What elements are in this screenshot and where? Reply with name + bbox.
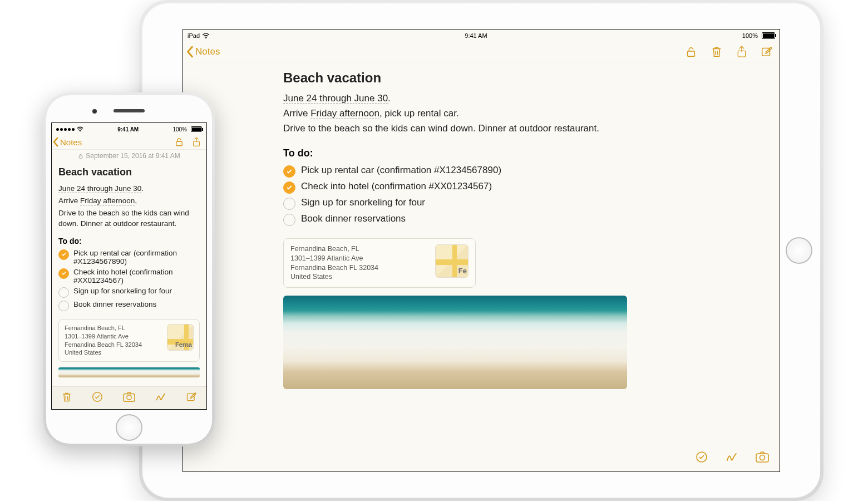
compose-icon	[761, 46, 773, 58]
delete-button[interactable]	[711, 45, 723, 58]
back-button[interactable]: Notes	[53, 137, 82, 147]
todo-item[interactable]: Check into hotel (confirmation #XX012345…	[283, 181, 768, 194]
arrive-time-link[interactable]: Friday afternoon	[80, 197, 135, 205]
compose-icon	[186, 391, 197, 402]
note-title: Beach vacation	[58, 166, 200, 178]
trash-icon	[61, 391, 72, 403]
compose-button[interactable]	[761, 46, 773, 58]
ipad-note-body: Beach vacation June 24 through June 30. …	[183, 62, 780, 389]
iphone-note-body: Beach vacation June 24 through June 30. …	[52, 161, 206, 377]
camera-icon	[122, 391, 136, 402]
note-line-arrive: Arrive Friday afternoon, pick up rental …	[283, 107, 768, 120]
iphone-nav-bar: Notes	[52, 134, 206, 150]
checklist: Pick up rental car (confirmation #X12345…	[283, 165, 768, 226]
unlock-icon	[685, 46, 697, 58]
todo-item[interactable]: Sign up for snorkeling for four	[283, 197, 768, 210]
share-button[interactable]	[736, 45, 747, 58]
ipad-device: iPad 9:41 AM 100% Notes	[139, 0, 823, 501]
checkbox-empty-icon[interactable]	[58, 301, 69, 311]
lock-button[interactable]	[685, 46, 697, 58]
iphone-status-bar: 9:41 AM 100%	[52, 123, 206, 134]
checklist-button[interactable]	[91, 391, 103, 405]
sketch-button[interactable]	[725, 450, 738, 466]
note-title: Beach vacation	[283, 70, 768, 86]
todo-item[interactable]: Check into hotel (confirmation #XX012345…	[58, 268, 200, 284]
todo-text: Pick up rental car (confirmation #X12345…	[301, 165, 501, 176]
checklist-icon	[91, 391, 103, 403]
battery-icon	[191, 126, 202, 132]
checklist-button[interactable]	[695, 450, 708, 466]
checkbox-checked-icon[interactable]	[283, 181, 295, 194]
chevron-left-icon	[53, 137, 59, 147]
unlock-icon	[174, 137, 184, 147]
wifi-icon	[202, 33, 210, 39]
lock-button[interactable]	[174, 137, 184, 147]
ipad-status-bar: iPad 9:41 AM 100%	[183, 30, 780, 41]
camera-button[interactable]	[755, 451, 770, 465]
battery-percent: 100%	[172, 126, 187, 132]
location-address: Fernandina Beach, FL 1301–1399 Atlantic …	[65, 324, 142, 357]
todo-text: Sign up for snorkeling for four	[301, 197, 425, 208]
beach-photo[interactable]	[283, 296, 627, 389]
todo-item[interactable]: Pick up rental car (confirmation #X12345…	[283, 165, 768, 178]
share-button[interactable]	[192, 136, 201, 148]
iphone-toolbar	[52, 386, 206, 409]
iphone-speaker-icon	[114, 109, 145, 112]
location-card[interactable]: Fernandina Beach, FL 1301–1399 Atlantic …	[58, 319, 200, 362]
note-line-dates: June 24 through June 30.	[283, 92, 768, 105]
checkbox-empty-icon[interactable]	[283, 214, 295, 226]
share-icon	[192, 136, 201, 148]
iphone-device: 9:41 AM 100% Notes September 15	[43, 92, 215, 446]
checkbox-checked-icon[interactable]	[58, 249, 69, 260]
ipad-home-button[interactable]	[786, 237, 812, 264]
todo-text: Sign up for snorkeling for four	[73, 287, 172, 295]
todo-text: Book dinner reservations	[73, 300, 156, 308]
beach-photo[interactable]	[58, 367, 200, 377]
lock-small-icon	[78, 153, 83, 159]
checkbox-checked-icon[interactable]	[58, 268, 69, 279]
todo-text: Check into hotel (confirmation #XX012345…	[301, 181, 492, 192]
sketch-icon	[725, 450, 738, 464]
svg-rect-8	[176, 141, 183, 146]
svg-point-7	[80, 131, 80, 131]
svg-rect-1	[688, 51, 695, 56]
todo-text: Book dinner reservations	[301, 213, 406, 224]
svg-point-13	[127, 395, 131, 400]
iphone-home-button[interactable]	[116, 414, 142, 441]
delete-button[interactable]	[61, 391, 72, 405]
date-range-link[interactable]: June 24 through June 30	[58, 184, 141, 193]
todo-item[interactable]: Book dinner reservations	[58, 300, 200, 311]
compose-button[interactable]	[186, 391, 197, 405]
date-range-link[interactable]: June 24 through June 30	[283, 93, 388, 104]
status-time: 9:41 AM	[465, 32, 487, 39]
checklist: Pick up rental car (confirmation #X12345…	[58, 249, 200, 311]
ipad-screen: iPad 9:41 AM 100% Notes	[183, 29, 780, 472]
svg-rect-10	[79, 156, 82, 158]
todo-item[interactable]: Sign up for snorkeling for four	[58, 287, 200, 298]
sketch-icon	[155, 391, 167, 403]
sketch-button[interactable]	[155, 391, 167, 405]
checkbox-empty-icon[interactable]	[283, 198, 295, 210]
todo-item[interactable]: Book dinner reservations	[283, 213, 768, 226]
todo-text: Check into hotel (confirmation #XX012345…	[73, 268, 200, 284]
todo-heading: To do:	[58, 237, 200, 245]
back-button[interactable]: Notes	[186, 46, 220, 58]
note-line-3: Drive to the beach so the kids can wind …	[58, 208, 200, 228]
battery-percent: 100%	[742, 32, 758, 39]
todo-heading: To do:	[283, 148, 768, 159]
note-timestamp: September 15, 2016 at 9:41 AM	[52, 150, 206, 161]
trash-icon	[711, 45, 723, 58]
location-address: Fernandina Beach, FL 1301–1399 Atlantic …	[290, 244, 378, 282]
svg-point-6	[760, 455, 765, 460]
checkbox-checked-icon[interactable]	[283, 165, 295, 178]
svg-point-0	[205, 38, 206, 38]
chevron-left-icon	[186, 46, 194, 58]
ipad-nav-bar: Notes	[183, 41, 780, 62]
checkbox-empty-icon[interactable]	[58, 287, 69, 298]
location-card[interactable]: Fernandina Beach, FL 1301–1399 Atlantic …	[283, 238, 476, 288]
camera-button[interactable]	[122, 391, 136, 405]
arrive-time-link[interactable]: Friday afternoon	[310, 108, 379, 119]
camera-icon	[755, 451, 770, 463]
device-label: iPad	[188, 32, 200, 39]
todo-item[interactable]: Pick up rental car (confirmation #X12345…	[58, 249, 200, 266]
